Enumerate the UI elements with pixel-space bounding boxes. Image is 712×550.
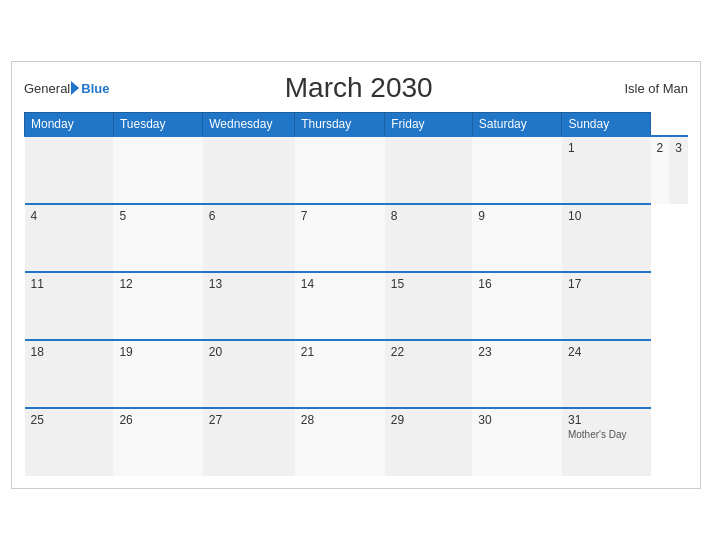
calendar-week-row: 45678910 <box>25 204 689 272</box>
weekday-header-row: Monday Tuesday Wednesday Thursday Friday… <box>25 113 689 137</box>
day-number: 29 <box>391 413 467 427</box>
logo-blue: Blue <box>81 81 109 96</box>
day-number: 9 <box>478 209 556 223</box>
table-row <box>385 136 473 204</box>
calendar-week-row: 25262728293031Mother's Day <box>25 408 689 476</box>
table-row: 14 <box>295 272 385 340</box>
header-wednesday: Wednesday <box>203 113 295 137</box>
day-number: 8 <box>391 209 467 223</box>
table-row: 11 <box>25 272 114 340</box>
day-number: 6 <box>209 209 289 223</box>
table-row: 29 <box>385 408 473 476</box>
day-number: 22 <box>391 345 467 359</box>
day-number: 1 <box>568 141 645 155</box>
table-row: 3 <box>669 136 688 204</box>
day-number: 3 <box>675 141 682 155</box>
table-row: 10 <box>562 204 651 272</box>
day-number: 24 <box>568 345 645 359</box>
day-number: 26 <box>119 413 196 427</box>
day-number: 18 <box>31 345 108 359</box>
table-row: 7 <box>295 204 385 272</box>
table-row: 30 <box>472 408 562 476</box>
event-label: Mother's Day <box>568 429 645 440</box>
header-sunday: Sunday <box>562 113 651 137</box>
table-row: 24 <box>562 340 651 408</box>
day-number: 5 <box>119 209 196 223</box>
table-row: 26 <box>113 408 202 476</box>
day-number: 13 <box>209 277 289 291</box>
header-friday: Friday <box>385 113 473 137</box>
day-number: 14 <box>301 277 379 291</box>
day-number: 17 <box>568 277 645 291</box>
empty-day-cell <box>25 136 114 204</box>
calendar-week-row: 123 <box>25 136 689 204</box>
empty-day-cell <box>203 136 295 204</box>
table-row: 18 <box>25 340 114 408</box>
table-row: 6 <box>203 204 295 272</box>
calendar-week-row: 11121314151617 <box>25 272 689 340</box>
day-number: 25 <box>31 413 108 427</box>
logo-triangle-icon <box>71 81 79 95</box>
day-number: 2 <box>657 141 664 155</box>
table-row: 16 <box>472 272 562 340</box>
calendar-week-row: 18192021222324 <box>25 340 689 408</box>
day-number: 30 <box>478 413 556 427</box>
day-number: 19 <box>119 345 196 359</box>
calendar-region: Isle of Man <box>608 81 688 96</box>
logo: General Blue <box>24 81 109 96</box>
table-row: 15 <box>385 272 473 340</box>
table-row: 19 <box>113 340 202 408</box>
empty-day-cell <box>113 136 202 204</box>
day-number: 7 <box>301 209 379 223</box>
table-row: 17 <box>562 272 651 340</box>
day-number: 31 <box>568 413 645 427</box>
day-number: 23 <box>478 345 556 359</box>
day-number: 12 <box>119 277 196 291</box>
day-number: 10 <box>568 209 645 223</box>
table-row: 4 <box>25 204 114 272</box>
table-row <box>295 136 385 204</box>
header-saturday: Saturday <box>472 113 562 137</box>
day-number: 16 <box>478 277 556 291</box>
table-row: 20 <box>203 340 295 408</box>
table-row: 13 <box>203 272 295 340</box>
table-row <box>472 136 562 204</box>
day-number: 11 <box>31 277 108 291</box>
table-row: 5 <box>113 204 202 272</box>
day-number: 15 <box>391 277 467 291</box>
day-number: 21 <box>301 345 379 359</box>
calendar-container: General Blue March 2030 Isle of Man Mond… <box>11 61 701 489</box>
header-monday: Monday <box>25 113 114 137</box>
table-row: 31Mother's Day <box>562 408 651 476</box>
header-tuesday: Tuesday <box>113 113 202 137</box>
calendar-header: General Blue March 2030 Isle of Man <box>24 72 688 104</box>
table-row: 9 <box>472 204 562 272</box>
table-row: 2 <box>651 136 670 204</box>
table-row: 8 <box>385 204 473 272</box>
table-row: 22 <box>385 340 473 408</box>
table-row: 25 <box>25 408 114 476</box>
calendar-title: March 2030 <box>109 72 608 104</box>
table-row: 28 <box>295 408 385 476</box>
calendar-grid: Monday Tuesday Wednesday Thursday Friday… <box>24 112 688 476</box>
day-number: 28 <box>301 413 379 427</box>
header-thursday: Thursday <box>295 113 385 137</box>
table-row: 27 <box>203 408 295 476</box>
table-row: 1 <box>562 136 651 204</box>
table-row: 21 <box>295 340 385 408</box>
day-number: 20 <box>209 345 289 359</box>
table-row: 23 <box>472 340 562 408</box>
table-row: 12 <box>113 272 202 340</box>
logo-general: General <box>24 81 70 96</box>
day-number: 27 <box>209 413 289 427</box>
day-number: 4 <box>31 209 108 223</box>
